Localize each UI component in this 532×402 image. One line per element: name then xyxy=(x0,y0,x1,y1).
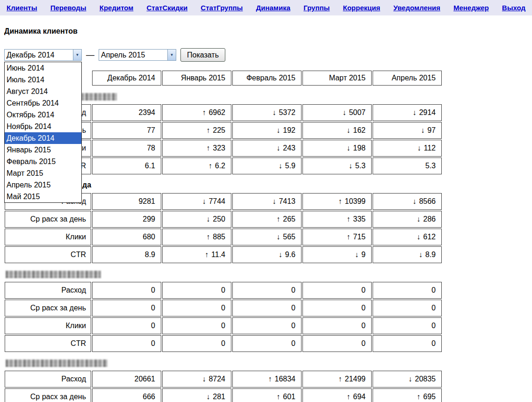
cell-value: 7744 xyxy=(208,197,225,205)
month-option[interactable]: Октябрь 2014 xyxy=(5,109,81,121)
nav-link[interactable]: Кредитом xyxy=(100,4,134,12)
nav-link[interactable]: Уведомления xyxy=(393,4,440,12)
cell-value: 77 xyxy=(147,126,155,134)
row-label: Ср расх за день xyxy=(5,388,91,402)
table-row: Клики680↑885↓565↑715↓612 xyxy=(5,229,442,245)
value-cell: ↑16834 xyxy=(232,371,302,388)
month-option[interactable]: Июль 2014 xyxy=(5,74,81,86)
month-range-end-select[interactable]: Апрель 2015 ▼ xyxy=(99,49,176,61)
value-cell: ↑601 xyxy=(232,388,302,402)
month-option[interactable]: Июнь 2014 xyxy=(5,62,81,74)
cell-value: 335 xyxy=(353,215,366,223)
value-cell: 0 xyxy=(232,282,302,299)
cell-value: 2394 xyxy=(138,108,155,116)
up-arrow-icon: ↑ xyxy=(346,393,350,401)
month-option[interactable]: Май 2015 xyxy=(5,191,81,202)
cell-value: 0 xyxy=(151,339,155,347)
cell-value: 5.9 xyxy=(285,162,295,170)
value-cell: ↓198 xyxy=(302,140,372,157)
nav-link[interactable]: СтатГруппы xyxy=(201,4,243,12)
period-controls: Декабрь 2014 ▼ Июнь 2014Июль 2014Август … xyxy=(4,48,532,62)
cell-value: 0 xyxy=(361,286,366,294)
up-arrow-icon: ↑ xyxy=(268,375,272,383)
down-arrow-icon: ↓ xyxy=(412,108,416,116)
month-option[interactable]: Сентябрь 2014 xyxy=(5,97,81,109)
cell-value: 715 xyxy=(353,233,366,241)
up-arrow-icon: ↑ xyxy=(338,197,342,205)
nav-link[interactable]: Группы xyxy=(303,4,330,12)
cell-value: 299 xyxy=(143,215,155,223)
value-cell: ↓5372 xyxy=(232,104,302,121)
nav-link[interactable]: СтатСкидки xyxy=(147,4,188,12)
value-cell: ↓2914 xyxy=(373,104,442,121)
cell-value: 10399 xyxy=(345,197,366,205)
value-cell: 0 xyxy=(232,335,302,352)
chevron-down-icon[interactable]: ▼ xyxy=(167,50,176,60)
value-cell: ↓162 xyxy=(302,122,372,139)
value-cell: ↓612 xyxy=(373,229,442,245)
value-cell: 9281 xyxy=(92,193,161,210)
cell-value: 16834 xyxy=(275,375,296,383)
value-cell: ↑265 xyxy=(232,211,302,228)
down-arrow-icon: ↓ xyxy=(342,108,346,116)
value-cell: ↓565 xyxy=(232,229,302,245)
down-arrow-icon: ↓ xyxy=(276,233,280,241)
cell-value: 192 xyxy=(283,126,295,134)
month-option[interactable]: Январь 2015 xyxy=(5,144,81,156)
value-cell: ↓5.9 xyxy=(232,158,302,174)
up-arrow-icon: ↑ xyxy=(417,393,420,401)
down-arrow-icon: ↓ xyxy=(417,233,420,241)
value-cell: 0 xyxy=(162,335,231,352)
cell-value: 6.1 xyxy=(145,162,155,170)
chevron-down-icon[interactable]: ▼ xyxy=(73,50,81,60)
value-cell: ↑225 xyxy=(162,122,231,139)
value-cell: 666 xyxy=(92,388,161,402)
month-range-start-select[interactable]: Декабрь 2014 ▼ xyxy=(4,49,82,61)
value-cell: 0 xyxy=(302,282,372,299)
down-arrow-icon: ↓ xyxy=(349,162,352,170)
value-cell: ↑715 xyxy=(302,229,372,245)
up-arrow-icon: ↑ xyxy=(346,215,350,223)
row-label: Клики xyxy=(5,317,91,334)
down-arrow-icon: ↓ xyxy=(417,144,421,152)
table-row: Ср расх за день299↓250↑265↑335↓286 xyxy=(5,211,442,228)
month-option[interactable]: Август 2014 xyxy=(5,86,81,97)
cell-value: 0 xyxy=(291,339,295,347)
nav-link[interactable]: Клиенты xyxy=(7,4,37,12)
value-cell: 0 xyxy=(92,335,161,352)
cell-value: 0 xyxy=(431,339,436,347)
up-arrow-icon: ↑ xyxy=(208,162,212,170)
row-label: Расход xyxy=(5,282,91,299)
down-arrow-icon: ↓ xyxy=(355,251,359,258)
nav-link[interactable]: Переводы xyxy=(50,4,86,12)
row-label: CTR xyxy=(5,335,91,352)
show-button[interactable]: Показать xyxy=(180,48,225,62)
nav-link[interactable]: Выход xyxy=(502,4,525,12)
nav-link[interactable]: Коррекция xyxy=(343,4,381,12)
nav-link[interactable]: Динамика xyxy=(256,4,290,12)
month-option[interactable]: Ноябрь 2014 xyxy=(5,121,81,132)
nav-link[interactable]: Менеджер xyxy=(453,4,489,12)
start-select-value: Декабрь 2014 xyxy=(5,51,73,59)
down-arrow-icon: ↓ xyxy=(412,197,416,205)
month-option[interactable]: Март 2015 xyxy=(5,167,81,179)
value-cell: 0 xyxy=(232,300,302,316)
down-arrow-icon: ↓ xyxy=(421,126,424,134)
table-row: Ср расх за день666↓281↑601↑694↑695 xyxy=(5,388,442,402)
month-option[interactable]: Декабрь 2014 xyxy=(5,132,81,144)
value-cell: ↑885 xyxy=(162,229,231,245)
month-option[interactable]: Февраль 2015 xyxy=(5,156,81,167)
cell-value: 9281 xyxy=(138,197,155,205)
month-option[interactable]: Апрель 2015 xyxy=(5,179,81,191)
cell-value: 0 xyxy=(151,322,155,330)
value-cell: 0 xyxy=(373,317,442,334)
column-header: Апрель 2015 xyxy=(373,71,442,86)
cell-value: 198 xyxy=(353,144,366,152)
down-arrow-icon: ↓ xyxy=(272,108,276,116)
down-arrow-icon: ↓ xyxy=(276,126,280,134)
cell-value: 281 xyxy=(213,393,225,401)
cell-value: 7413 xyxy=(279,197,295,205)
cell-value: 243 xyxy=(283,144,295,152)
value-cell: 0 xyxy=(162,282,231,299)
page-title: Динамика клиентов xyxy=(4,27,532,36)
